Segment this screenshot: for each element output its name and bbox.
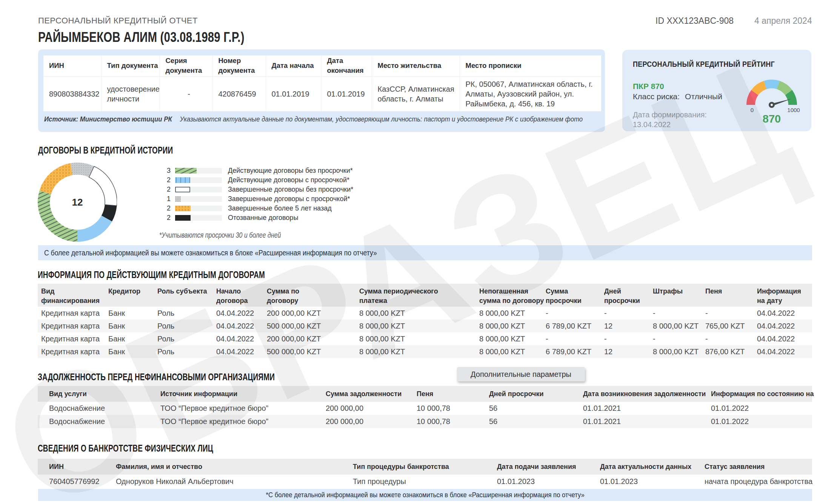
svg-text:0: 0 xyxy=(751,107,754,113)
svg-text:1000: 1000 xyxy=(787,107,800,113)
svg-text:12: 12 xyxy=(72,197,83,208)
svg-text:870: 870 xyxy=(763,113,781,125)
